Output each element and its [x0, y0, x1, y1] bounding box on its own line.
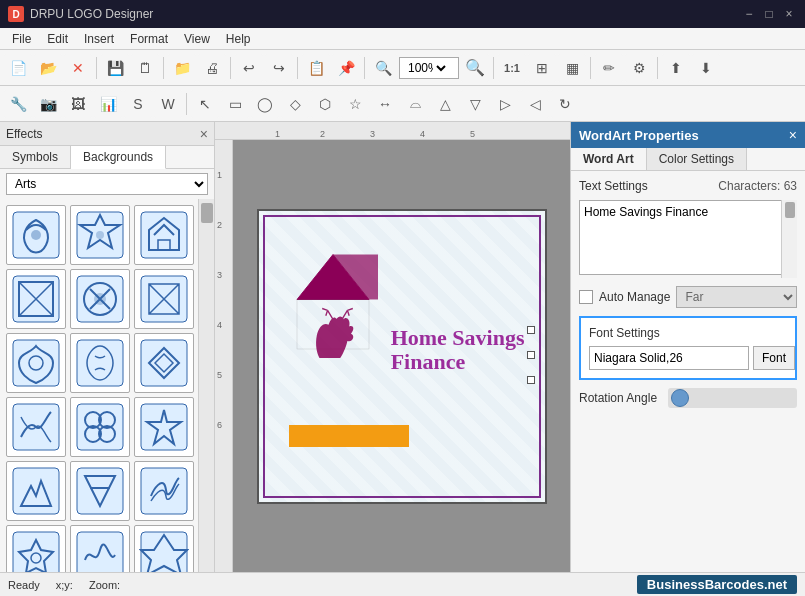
- play-left-tool[interactable]: ◁: [521, 90, 549, 118]
- wordart-panel-header: WordArt Properties ×: [571, 122, 805, 148]
- print-button[interactable]: 🖨: [198, 54, 226, 82]
- text-settings-label: Text Settings: [579, 179, 648, 193]
- menu-format[interactable]: Format: [122, 30, 176, 48]
- close-doc-button[interactable]: ✕: [64, 54, 92, 82]
- list-item[interactable]: [6, 205, 66, 265]
- copy-button[interactable]: 📋: [302, 54, 330, 82]
- wordart-text[interactable]: Home Savings Finance: [391, 326, 525, 374]
- wordart-panel-close-button[interactable]: ×: [789, 127, 797, 143]
- settings-button[interactable]: ⚙: [625, 54, 653, 82]
- tri-down-tool[interactable]: ▽: [461, 90, 489, 118]
- effects-close-button[interactable]: ×: [200, 126, 208, 142]
- edit-button[interactable]: ✏: [595, 54, 623, 82]
- list-item[interactable]: [70, 461, 130, 521]
- draw-tool-3[interactable]: 🖼: [64, 90, 92, 118]
- tab-color-settings[interactable]: Color Settings: [647, 148, 747, 170]
- new-button[interactable]: 📄: [4, 54, 32, 82]
- open-button[interactable]: 📂: [34, 54, 62, 82]
- panel-scrollbar[interactable]: [198, 199, 214, 572]
- ellipse-tool[interactable]: ◯: [251, 90, 279, 118]
- grid-button[interactable]: ⊞: [528, 54, 556, 82]
- minimize-button[interactable]: −: [741, 6, 757, 22]
- list-item[interactable]: [134, 333, 194, 393]
- menu-file[interactable]: File: [4, 30, 39, 48]
- curve-tool[interactable]: ↻: [551, 90, 579, 118]
- select-tool[interactable]: ↖: [191, 90, 219, 118]
- handle-3[interactable]: [527, 376, 535, 384]
- rotation-slider[interactable]: [668, 388, 797, 408]
- export-button[interactable]: ⬆: [662, 54, 690, 82]
- app-title: DRPU LOGO Designer: [30, 7, 153, 21]
- list-item[interactable]: [6, 525, 66, 572]
- list-item[interactable]: [70, 269, 130, 329]
- list-item[interactable]: [70, 525, 130, 572]
- wave-tool[interactable]: ⌓: [401, 90, 429, 118]
- list-item[interactable]: [6, 333, 66, 393]
- ruler-v-3: 3: [217, 270, 222, 280]
- menu-help[interactable]: Help: [218, 30, 259, 48]
- list-item[interactable]: [70, 333, 130, 393]
- symbols-grid: [0, 199, 198, 572]
- draw-tool-5[interactable]: S: [124, 90, 152, 118]
- draw-tool-6[interactable]: W: [154, 90, 182, 118]
- open-folder-button[interactable]: 📁: [168, 54, 196, 82]
- list-item[interactable]: [6, 461, 66, 521]
- canvas-paper[interactable]: Home Savings Finance: [257, 209, 547, 504]
- list-item[interactable]: [70, 205, 130, 265]
- menu-insert[interactable]: Insert: [76, 30, 122, 48]
- tab-word-art[interactable]: Word Art: [571, 148, 647, 170]
- undo-button[interactable]: ↩: [235, 54, 263, 82]
- category-select[interactable]: Arts Nature Business: [6, 173, 208, 195]
- tab-symbols[interactable]: Symbols: [0, 146, 71, 168]
- list-item[interactable]: [6, 397, 66, 457]
- import-button[interactable]: ⬇: [692, 54, 720, 82]
- zoom-in-button[interactable]: 🔍: [369, 54, 397, 82]
- rect-tool[interactable]: ▭: [221, 90, 249, 118]
- auto-manage-label: Auto Manage: [599, 290, 670, 304]
- list-item[interactable]: [6, 269, 66, 329]
- canvas-area: 1 2 3 4 5 1 2 3 4 5 6: [215, 122, 570, 572]
- list-item[interactable]: [70, 397, 130, 457]
- separator-1: [96, 57, 97, 79]
- list-item[interactable]: [134, 205, 194, 265]
- hexagon-tool[interactable]: ⬡: [311, 90, 339, 118]
- handle-1[interactable]: [527, 326, 535, 334]
- draw-tool-2[interactable]: 📷: [34, 90, 62, 118]
- list-item[interactable]: [134, 461, 194, 521]
- star-tool[interactable]: ☆: [341, 90, 369, 118]
- far-select[interactable]: Far Near Center: [676, 286, 797, 308]
- handle-2[interactable]: [527, 351, 535, 359]
- wordart-line1: Home Savings: [391, 326, 525, 350]
- font-button[interactable]: Font: [753, 346, 795, 370]
- table-button[interactable]: ▦: [558, 54, 586, 82]
- paste-button[interactable]: 📌: [332, 54, 360, 82]
- close-button[interactable]: ×: [781, 6, 797, 22]
- triangle-tool[interactable]: △: [431, 90, 459, 118]
- diamond-tool[interactable]: ◇: [281, 90, 309, 118]
- auto-manage-checkbox[interactable]: [579, 290, 593, 304]
- menu-view[interactable]: View: [176, 30, 218, 48]
- font-input[interactable]: [589, 346, 749, 370]
- save-as-button[interactable]: 🗒: [131, 54, 159, 82]
- redo-button[interactable]: ↪: [265, 54, 293, 82]
- draw-tool-4[interactable]: 📊: [94, 90, 122, 118]
- save-button[interactable]: 💾: [101, 54, 129, 82]
- arrow-tool[interactable]: ↔: [371, 90, 399, 118]
- list-item[interactable]: [134, 269, 194, 329]
- maximize-button[interactable]: □: [761, 6, 777, 22]
- zoom-select[interactable]: 100% 50% 75% 150%: [404, 60, 449, 76]
- wordart-text-input[interactable]: [579, 200, 797, 275]
- ruler-vertical: 1 2 3 4 5 6: [215, 140, 233, 572]
- list-item[interactable]: [134, 525, 194, 572]
- list-item[interactable]: [134, 397, 194, 457]
- play-tool[interactable]: ▷: [491, 90, 519, 118]
- title-controls[interactable]: − □ ×: [741, 6, 797, 22]
- draw-tool-1[interactable]: 🔧: [4, 90, 32, 118]
- zoom-out-button[interactable]: 🔍: [461, 54, 489, 82]
- fit-button[interactable]: 1:1: [498, 54, 526, 82]
- canvas-background[interactable]: Home Savings Finance: [233, 140, 570, 572]
- menu-edit[interactable]: Edit: [39, 30, 76, 48]
- textarea-scrollbar[interactable]: [781, 200, 797, 278]
- tab-backgrounds[interactable]: Backgrounds: [71, 146, 166, 169]
- separator-4: [297, 57, 298, 79]
